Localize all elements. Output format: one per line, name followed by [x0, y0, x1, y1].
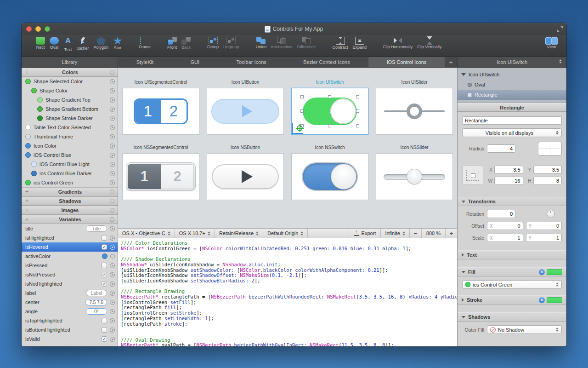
- library-variable-istophighlighted[interactable]: isTopHighlighted: [22, 316, 118, 325]
- library-color-ios-control-blue-light[interactable]: iOS Control Blue Light: [22, 160, 118, 169]
- rotation-knob[interactable]: [547, 210, 554, 218]
- fill-section-header[interactable]: Fill: [458, 267, 566, 276]
- infinite-dropdown[interactable]: Infinite: [380, 229, 409, 238]
- variable-checkbox[interactable]: [102, 263, 107, 268]
- toolbar-oval-button[interactable]: Oval: [47, 36, 61, 52]
- layer-rectangle[interactable]: Rectangle: [458, 90, 566, 100]
- library-variable-isbottomhighlighted[interactable]: isBottomHighlighted: [22, 325, 118, 334]
- library-variable-ishovered[interactable]: isHovered: [22, 242, 118, 252]
- connection-icon[interactable]: [110, 291, 115, 296]
- library-color-ios-control-blue[interactable]: iOS Control Blue: [22, 150, 118, 160]
- corner-radius-picker[interactable]: [538, 142, 562, 155]
- tab-stylekit[interactable]: StyleKit: [118, 57, 172, 67]
- toolbar-ungroup-button[interactable]: Ungroup: [221, 36, 242, 50]
- library-section-shadows[interactable]: +Shadows: [22, 196, 118, 206]
- library-variable-isvalid[interactable]: isValid: [22, 334, 118, 344]
- tab-toolbar-icons[interactable]: Toolbar Icons: [218, 57, 285, 67]
- add-icon[interactable]: +: [25, 189, 28, 195]
- fill-color-swatch[interactable]: [547, 269, 562, 275]
- disclosure-down-icon[interactable]: [461, 73, 466, 76]
- connection-icon[interactable]: [110, 328, 115, 333]
- remove-stroke-icon[interactable]: [539, 297, 545, 303]
- connection-icon[interactable]: [110, 116, 115, 121]
- toolbar-difference-button[interactable]: Difference: [295, 36, 318, 50]
- width-input[interactable]: [494, 177, 523, 185]
- selection-handle[interactable]: [356, 124, 359, 127]
- toolbar-union-button[interactable]: Union: [254, 36, 269, 50]
- zoom-in-button[interactable]: +: [445, 229, 457, 238]
- library-color-ios-control-blue-darker[interactable]: ios Control Blue Darker: [22, 169, 118, 178]
- tab-gui[interactable]: GUI: [172, 57, 218, 67]
- canvas-card[interactable]: [207, 153, 284, 200]
- codebar-dropdown-os-x-objective-c[interactable]: OS X • Objective-C: [118, 229, 175, 238]
- library-color-shape-selected-color[interactable]: Shape Selected Color: [22, 77, 118, 86]
- transforms-section-header[interactable]: Transforms: [458, 197, 566, 206]
- connection-icon[interactable]: [110, 236, 115, 241]
- variable-checkbox[interactable]: [102, 272, 107, 277]
- library-section-gradients[interactable]: +Gradients: [22, 187, 118, 196]
- canvas-card[interactable]: [207, 88, 284, 135]
- zoom-window-button[interactable]: [45, 26, 50, 32]
- library-color-shape-gradient-bottom[interactable]: Shape Gradient Bottom: [22, 104, 118, 114]
- canvas-card[interactable]: [376, 153, 453, 200]
- canvas-card[interactable]: [376, 88, 453, 135]
- canvas-card[interactable]: 12: [122, 153, 199, 200]
- selection-handle[interactable]: [300, 95, 304, 98]
- connection-icon[interactable]: [110, 134, 115, 139]
- inspector-header-dropdown[interactable]: Icon UISwitch: [457, 57, 566, 67]
- connection-icon[interactable]: [110, 88, 115, 93]
- variable-value-field[interactable]: 7.5 7.5: [85, 299, 107, 305]
- library-section-colors[interactable]: +Colors: [22, 68, 118, 77]
- library-color-table-text-color-selected[interactable]: Table Text Color Selected: [22, 123, 118, 132]
- connection-icon[interactable]: [110, 180, 115, 185]
- variable-checkbox[interactable]: [102, 327, 107, 333]
- canvas-card[interactable]: 12: [122, 88, 199, 135]
- code-view[interactable]: //// Color DeclarationsNSColor* iosContr…: [118, 238, 457, 346]
- add-icon[interactable]: +: [25, 198, 28, 204]
- codebar-dropdown-default-origin[interactable]: Default Origin: [263, 229, 308, 238]
- variable-checkbox[interactable]: [102, 235, 107, 241]
- height-input[interactable]: [533, 177, 562, 185]
- connection-icon[interactable]: [110, 107, 115, 112]
- fullscreen-icon[interactable]: [557, 26, 563, 32]
- shadows-section-header[interactable]: Shadows: [458, 312, 566, 322]
- connection-icon[interactable]: [110, 98, 115, 103]
- connection-icon[interactable]: [110, 153, 115, 158]
- library-color-shape-gradient-top[interactable]: Shape Gradient Top: [22, 95, 118, 104]
- connection-icon[interactable]: [110, 79, 115, 84]
- selection-handle[interactable]: [300, 109, 304, 113]
- offset-x-field[interactable]: X 0: [487, 222, 523, 230]
- toolbar-view-button[interactable]: View: [543, 36, 560, 50]
- toolbar-expand-button[interactable]: Expand: [351, 36, 369, 50]
- close-button[interactable]: [26, 26, 32, 32]
- selection-handle[interactable]: [356, 109, 359, 113]
- selection-handle[interactable]: [356, 95, 359, 98]
- library-variable-activecolor[interactable]: activeColor: [22, 252, 118, 261]
- connection-icon[interactable]: [110, 318, 115, 323]
- add-icon[interactable]: +: [25, 207, 28, 213]
- library-section-images[interactable]: +Images: [22, 206, 118, 215]
- connection-icon[interactable]: [110, 263, 115, 268]
- toolbar-intersection-button[interactable]: Intersection: [269, 36, 295, 50]
- fill-color-dropdown[interactable]: ios Control Green: [462, 280, 562, 289]
- tab-ios-control-icons[interactable]: iOS Control Icons: [368, 57, 445, 67]
- toolbar-contract-button[interactable]: Contract: [330, 36, 351, 50]
- library-variable-label[interactable]: labelLabel: [22, 288, 118, 298]
- variable-checkbox[interactable]: [102, 336, 107, 342]
- toolbar-front-button[interactable]: Front: [165, 36, 179, 50]
- variable-checkbox[interactable]: [102, 318, 107, 323]
- toolbar-flip-horizontally-button[interactable]: Flip Horizontally: [381, 36, 415, 50]
- text-section-header[interactable]: Text: [458, 250, 566, 259]
- canvas[interactable]: Icon UISegmentedControl12Icon UIButtonIc…: [118, 68, 457, 228]
- add-icon[interactable]: +: [25, 69, 28, 75]
- canvas-card[interactable]: [291, 88, 368, 135]
- stroke-section-header[interactable]: Stroke: [458, 295, 566, 305]
- toolbar-flip-vertically-button[interactable]: Flip Vertically: [415, 36, 444, 50]
- connection-icon[interactable]: [110, 226, 115, 231]
- library-section-variables[interactable]: +Variables: [22, 215, 118, 224]
- library-color-ios-control-green[interactable]: ios Control Green: [22, 178, 118, 187]
- connection-icon[interactable]: [110, 300, 115, 305]
- add-icon[interactable]: +: [25, 216, 28, 223]
- selection-handle[interactable]: [328, 124, 331, 127]
- toolbar-polygon-button[interactable]: Polygon: [91, 36, 111, 52]
